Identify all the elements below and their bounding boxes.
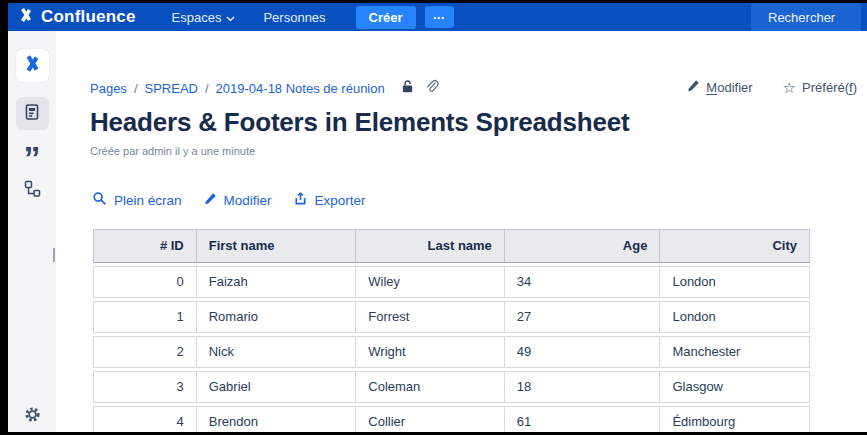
favourite-button[interactable]: ☆ Préféré(f) xyxy=(783,80,857,95)
table-row: 2 Nick Wright 49 Manchester xyxy=(93,336,810,368)
cell-city[interactable]: Glasgow xyxy=(659,372,809,402)
cell-first-name[interactable]: Nick xyxy=(196,337,356,367)
breadcrumb-separator: / xyxy=(134,81,138,96)
unlock-icon[interactable] xyxy=(400,79,415,97)
cell-city[interactable]: London xyxy=(659,302,809,332)
nav-personnes[interactable]: Personnes xyxy=(263,10,325,25)
table-header-row: # ID First name Last name Age City xyxy=(93,229,810,263)
page-title: Headers & Footers in Elements Spreadshee… xyxy=(90,107,629,138)
cell-age[interactable]: 18 xyxy=(504,372,660,402)
cell-age[interactable]: 49 xyxy=(504,337,660,367)
quote-icon[interactable]: ” xyxy=(24,143,41,169)
cell-city[interactable]: Manchester xyxy=(659,337,809,367)
sidebar-item-pages[interactable] xyxy=(16,97,49,130)
export-icon xyxy=(293,191,308,209)
cell-last-name[interactable]: Coleman xyxy=(355,372,504,402)
cell-last-name[interactable]: Collier xyxy=(355,407,504,432)
page-tree-icon[interactable] xyxy=(23,179,42,202)
sidebar-item-space-home[interactable] xyxy=(16,49,49,82)
breadcrumb-current-page[interactable]: 2019-04-18 Notes de réunion xyxy=(216,81,385,96)
table-row: 3 Gabriel Coleman 18 Glasgow xyxy=(93,371,810,403)
cell-id[interactable]: 4 xyxy=(94,407,196,432)
pencil-icon xyxy=(686,79,700,96)
search-placeholder: Rechercher xyxy=(768,10,835,25)
cell-first-name[interactable]: Faizah xyxy=(196,267,356,297)
more-menu-button[interactable]: ••• xyxy=(425,6,454,28)
top-navbar: Confluence Espaces Personnes Créer ••• R… xyxy=(8,3,867,31)
paperclip-icon[interactable] xyxy=(424,79,439,97)
confluence-logo-icon xyxy=(18,7,34,27)
table-row: 1 Romario Forrest 27 London xyxy=(93,301,810,333)
page-document-icon xyxy=(23,103,41,125)
page-content: Pages / SPREAD / 2019-04-18 Notes de réu… xyxy=(56,31,867,432)
cell-first-name[interactable]: Gabriel xyxy=(196,372,356,402)
table-row: 4 Brendon Collier 61 Édimbourg xyxy=(93,406,810,432)
magnifier-icon xyxy=(92,191,107,209)
left-sidebar: ” xyxy=(8,31,56,432)
brand-name: Confluence xyxy=(41,7,136,27)
edit-spreadsheet-button[interactable]: Modifier xyxy=(203,192,272,209)
column-header-age[interactable]: Age xyxy=(504,230,660,262)
pencil-icon xyxy=(203,192,217,209)
cell-last-name[interactable]: Wright xyxy=(355,337,504,367)
column-header-first-name[interactable]: First name xyxy=(196,230,356,262)
cell-age[interactable]: 27 xyxy=(504,302,660,332)
cell-first-name[interactable]: Brendon xyxy=(196,407,356,432)
cell-last-name[interactable]: Forrest xyxy=(355,302,504,332)
cell-id[interactable]: 0 xyxy=(94,267,196,297)
breadcrumb-separator: / xyxy=(205,81,209,96)
cell-age[interactable]: 61 xyxy=(504,407,660,432)
chevron-down-icon xyxy=(226,10,235,25)
star-icon: ☆ xyxy=(783,81,796,95)
edit-page-button[interactable]: Modifier xyxy=(686,79,752,96)
search-input[interactable]: Rechercher xyxy=(751,3,861,31)
confluence-home-link[interactable]: Confluence xyxy=(18,7,136,27)
cell-id[interactable]: 2 xyxy=(94,337,196,367)
column-header-id[interactable]: # ID xyxy=(94,230,196,262)
confluence-space-logo-icon xyxy=(23,54,42,77)
breadcrumb-pages[interactable]: Pages xyxy=(90,81,127,96)
gear-icon[interactable] xyxy=(24,406,41,427)
fullscreen-button[interactable]: Plein écran xyxy=(92,191,182,209)
cell-city[interactable]: Édimbourg xyxy=(659,407,809,432)
cell-id[interactable]: 1 xyxy=(94,302,196,332)
page-actions: Modifier ☆ Préféré(f) xyxy=(686,79,857,96)
breadcrumb: Pages / SPREAD / 2019-04-18 Notes de réu… xyxy=(90,79,439,97)
spreadsheet-table: # ID First name Last name Age City 0 Fai… xyxy=(93,229,810,432)
spreadsheet-toolbar: Plein écran Modifier Exporter xyxy=(92,191,366,209)
app-window: Confluence Espaces Personnes Créer ••• R… xyxy=(0,0,867,435)
column-header-city[interactable]: City xyxy=(659,230,809,262)
cell-city[interactable]: London xyxy=(659,267,809,297)
create-button[interactable]: Créer xyxy=(356,6,416,29)
table-row: 0 Faizah Wiley 34 London xyxy=(93,266,810,298)
cell-first-name[interactable]: Romario xyxy=(196,302,356,332)
byline: Créée par admin il y a une minute xyxy=(90,145,255,157)
cell-age[interactable]: 34 xyxy=(504,267,660,297)
nav-espaces[interactable]: Espaces xyxy=(172,10,236,25)
cell-id[interactable]: 3 xyxy=(94,372,196,402)
export-button[interactable]: Exporter xyxy=(293,191,366,209)
cell-last-name[interactable]: Wiley xyxy=(355,267,504,297)
breadcrumb-space[interactable]: SPREAD xyxy=(145,81,198,96)
column-header-last-name[interactable]: Last name xyxy=(355,230,504,262)
